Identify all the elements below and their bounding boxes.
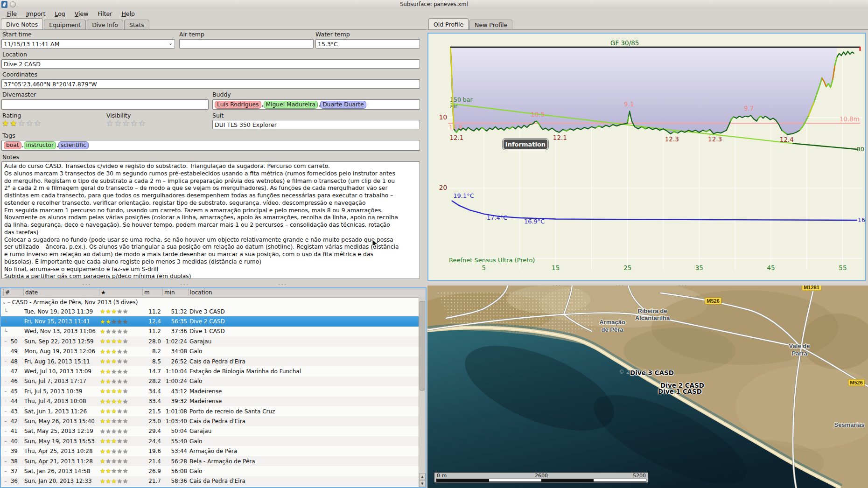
dive-trip-group-row[interactable]: ⌄– CASD - Armação de Pêra, Nov 2013 (3 d… [1, 298, 419, 307]
column-header-num[interactable]: # [3, 289, 10, 296]
start-time-input[interactable]: 11/15/13 11:41 AM⌄ [1, 39, 175, 49]
map-panel[interactable]: Armaçãode PêraRibeira deAlcantarilhaVale… [427, 286, 868, 488]
svg-text:Reefnet Sensus Ultra (Preto): Reefnet Sensus Ultra (Preto) [449, 257, 535, 264]
dive-row[interactable]: –43Sat, Jun 1, 2013 11:26★★★★★21.51:01:0… [1, 406, 419, 416]
menu-import[interactable]: Import [22, 10, 50, 18]
map-scalebar: 0 m 2600 5200 [434, 472, 649, 483]
dive-site-marker-label[interactable]: Dive 1 CASD [658, 388, 702, 395]
menu-filter[interactable]: Filter [93, 10, 116, 18]
tree-branch: └ [1, 319, 10, 325]
notes-line: da linha, segurança, deco e navegação). … [4, 222, 417, 229]
menu-log[interactable]: Log [50, 10, 69, 18]
column-header-date[interactable]: date [23, 289, 38, 296]
dive-site-marker-label[interactable]: Dive 3 CASD [630, 369, 674, 376]
dive-row[interactable]: └Tue, Nov 19, 2013 11:39★★★★★11.251:32Di… [1, 307, 419, 316]
location-input[interactable]: Dive 2 CASD [1, 59, 420, 69]
notes-line: Subida a partilhar gás com paragens p/de… [4, 273, 417, 279]
dive-row[interactable]: └Fri, Nov 15, 2013 11:41★★★★★12.456:35Di… [1, 316, 419, 326]
svg-text:10: 10 [439, 113, 447, 121]
coordinates-input[interactable]: 37°05'23.460"N 8°20'47.879"W [1, 79, 420, 89]
menu-view[interactable]: View [70, 10, 93, 18]
left-splitter[interactable]: ··· ··· ··· [0, 281, 427, 286]
svg-text:10.8m: 10.8m [840, 115, 860, 123]
svg-text:25: 25 [623, 264, 631, 272]
dive-list-body: ⌄– CASD - Armação de Pêra, Nov 2013 (3 d… [1, 298, 419, 486]
suit-input[interactable]: DUI TLS 350 Explorer [212, 120, 420, 129]
column-header-min[interactable]: min [162, 289, 175, 296]
dive-row[interactable]: –47Wed, Jul 10, 2013 13:09★★★★★14.71:10:… [1, 366, 419, 376]
location-label: Location [2, 51, 27, 58]
dive-row[interactable]: –45Fri, Jul 5, 2013 10:39★★★★★34.443:12M… [1, 386, 419, 396]
water-temp-input[interactable]: 15.3°C [315, 39, 420, 49]
right-tab-underline [427, 29, 868, 30]
tree-branch: – [1, 468, 10, 474]
tree-branch: – [1, 398, 10, 404]
dive-row[interactable]: –38Sun, Apr 21, 2013 11:28★★★★★21.456:28… [1, 456, 419, 466]
air-temp-input[interactable] [179, 39, 314, 49]
scroll-down-button[interactable]: ▼ [419, 480, 426, 487]
tab-stats[interactable]: Stats [124, 20, 149, 30]
buddy-input[interactable]: Luís Rodrigues,Miguel Madureira,Duarte D… [212, 99, 420, 110]
dive-row[interactable]: –37Sat, Jan 26, 2013 14:58★★★★★26.956:08… [1, 466, 419, 476]
chevron-down-icon[interactable]: ⌄ [168, 40, 173, 46]
menubar: FileImportLogViewFilterHelp [0, 9, 868, 19]
dive-row[interactable]: –39Thu, Apr 25, 2013 10:28★★★★★19.653:44… [1, 446, 419, 456]
divemaster-input[interactable] [1, 99, 209, 110]
notes-line: bússolas). É importante que cada aluno r… [4, 258, 417, 266]
tree-branch: – [1, 478, 10, 484]
notes-line: Em seguida marcam 1 percurso no fundo, u… [4, 207, 417, 215]
svg-text:air: air [450, 103, 458, 110]
dive-row[interactable]: –49Mon, Aug 19, 2013 12:06★★★★★8.234:08G… [1, 347, 419, 356]
column-header-m[interactable]: m [142, 289, 150, 296]
dive-row[interactable]: └Wed, Nov 13, 2013 11:06★★★★★11.237:36Di… [1, 327, 419, 336]
column-header-location[interactable]: location [188, 289, 212, 296]
notes-textarea[interactable]: Aula do curso CASD. Transectos c/video e… [1, 161, 420, 279]
scroll-up-button[interactable]: ▲ [419, 473, 426, 480]
information-button[interactable]: Information [503, 139, 548, 150]
dive-row[interactable]: –42Sun, May 26, 2013 15:40★★★★★23.01:03:… [1, 416, 419, 426]
right-splitter[interactable]: ··· ··· ··· [427, 281, 868, 286]
left-tabbar: Dive NotesEquipmentDive InfoStats [1, 19, 426, 30]
tree-branch: – [1, 418, 10, 424]
svg-text:12.3: 12.3 [665, 135, 679, 143]
tab-old-profile[interactable]: Old Profile [428, 18, 469, 30]
tree-branch: – [1, 378, 10, 384]
dive-row[interactable]: –46Sun, Jul 7, 2013 17:17★★★★★28.21:00:2… [1, 376, 419, 386]
svg-text:12.4: 12.4 [780, 136, 794, 143]
map-town-label: de Pêra [602, 326, 623, 333]
dive-row[interactable]: –40Sun, May 19, 2013 15:53★★★★★24.455:40… [1, 436, 419, 446]
svg-text:16.9°C: 16.9°C [524, 218, 545, 225]
tab-new-profile[interactable]: New Profile [469, 20, 512, 30]
chevron-down-icon[interactable]: ⌄ [1, 300, 7, 305]
svg-text:35: 35 [695, 264, 703, 272]
tree-branch: – [1, 388, 10, 394]
menu-file[interactable]: File [3, 10, 21, 18]
rating-stars[interactable]: ★★★★★ [2, 119, 42, 127]
column-header-stars[interactable]: ★ [99, 289, 106, 296]
dive-row[interactable]: –48Fri, Aug 16, 2013 15:11★★★★★8.526:52C… [1, 356, 419, 366]
dive-row[interactable]: –50Sun, Sep 22, 2013 12:59★★★★★28.01:02:… [1, 336, 419, 346]
pill: scientific [58, 141, 89, 149]
tree-branch: └ [1, 308, 10, 314]
menu-help[interactable]: Help [117, 10, 139, 18]
divemaster-label: Divemaster [2, 91, 36, 98]
dive-row[interactable]: –44Thu, Jul 4, 2013 10:08★★★★★33.439:32M… [1, 397, 419, 406]
dive-row[interactable]: –41Sat, May 25, 2013 12:19★★★★★29.450:04… [1, 426, 419, 436]
tab-dive-notes[interactable]: Dive Notes [1, 18, 43, 30]
tags-input[interactable]: boat,instructor,scientific [1, 140, 420, 151]
svg-text:55: 55 [839, 264, 847, 272]
tree-branch: – [1, 458, 10, 464]
dive-list-scrollbar[interactable]: ▲ ▼ [419, 297, 426, 487]
svg-text:10.5: 10.5 [531, 111, 545, 118]
scrollbar-thumb[interactable] [420, 301, 425, 390]
tab-dive-info[interactable]: Dive Info [87, 20, 123, 30]
svg-text:GF 30/85: GF 30/85 [610, 39, 639, 47]
tab-equipment[interactable]: Equipment [44, 20, 86, 30]
dive-row[interactable]: –36Sun, Jan 20, 2013 12:33★★★★★21.758:36… [1, 476, 419, 486]
visibility-stars[interactable]: ★★★★★ [106, 119, 147, 127]
water-temp-label: Water temp [315, 31, 350, 38]
svg-text:12.3: 12.3 [708, 135, 722, 143]
air-temp-label: Air temp [179, 31, 204, 38]
dive-list-header[interactable]: #date★mminlocation [1, 288, 426, 298]
tags-label: Tags [2, 132, 15, 139]
